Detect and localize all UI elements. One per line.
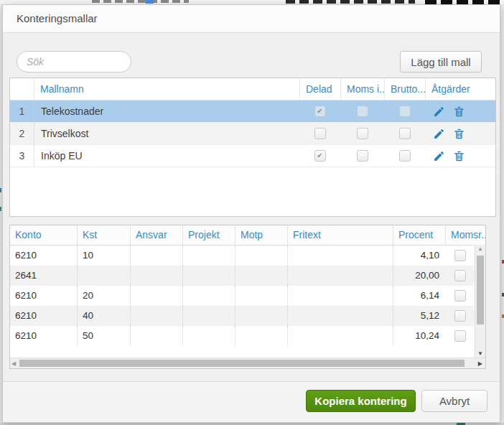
kst-cell: 20 bbox=[77, 286, 130, 306]
fritext-cell bbox=[287, 306, 393, 326]
horizontal-scrollbar-thumb[interactable] bbox=[19, 360, 465, 367]
checkbox-brutto[interactable] bbox=[399, 128, 411, 139]
kst-cell: 10 bbox=[77, 246, 130, 266]
background-icon-fragment bbox=[146, 0, 154, 4]
column-header-motp: Motp bbox=[235, 225, 287, 245]
column-header-kst: Kst bbox=[77, 225, 130, 245]
template-name: Inköp EU bbox=[34, 145, 299, 167]
fritext-cell bbox=[287, 246, 393, 266]
checkbox-momsr[interactable] bbox=[454, 270, 466, 281]
column-header-ansvar: Ansvar bbox=[130, 225, 182, 245]
column-header-fritext: Fritext bbox=[287, 225, 393, 245]
edit-pencil-icon[interactable] bbox=[432, 127, 445, 140]
checkbox-moms[interactable] bbox=[357, 106, 368, 117]
template-row[interactable]: 2 Trivselkost bbox=[10, 123, 495, 145]
copy-kontering-button[interactable]: Kopiera kontering bbox=[306, 390, 416, 412]
column-header-rownum bbox=[10, 78, 34, 100]
checkbox-momsr[interactable] bbox=[454, 250, 466, 261]
horizontal-scrollbar: ◀ ▶ bbox=[10, 358, 485, 368]
projekt-cell bbox=[182, 306, 235, 326]
column-header-brutto: Brutto... bbox=[384, 78, 425, 100]
scroll-down-arrow-icon[interactable]: ▼ bbox=[475, 350, 485, 357]
projekt-cell bbox=[182, 266, 235, 286]
ansvar-cell bbox=[130, 326, 182, 346]
cancel-button[interactable]: Avbryt bbox=[421, 390, 487, 412]
checkbox-delad[interactable]: ✔ bbox=[314, 106, 326, 117]
column-header-projekt: Projekt bbox=[182, 225, 235, 245]
scroll-left-arrow-icon[interactable]: ◀ bbox=[11, 359, 16, 368]
kst-cell: 50 bbox=[77, 326, 130, 346]
fritext-cell bbox=[287, 326, 393, 346]
search-input[interactable] bbox=[17, 51, 131, 73]
check-mark: ✔ bbox=[317, 152, 322, 159]
procent-cell: 6,14 bbox=[393, 286, 445, 306]
konto-cell: 6210 bbox=[10, 326, 77, 346]
scroll-up-arrow-icon[interactable]: ▲ bbox=[475, 246, 485, 252]
row-number: 1 bbox=[10, 101, 34, 122]
kontering-row[interactable]: 6210 20 6,14 bbox=[10, 286, 475, 306]
row-number: 3 bbox=[10, 145, 34, 167]
column-header-delad: Delad bbox=[299, 78, 340, 100]
procent-cell: 5,12 bbox=[393, 306, 445, 326]
ansvar-cell bbox=[130, 306, 182, 326]
checkbox-moms[interactable] bbox=[357, 128, 368, 139]
motp-cell bbox=[235, 326, 287, 346]
background-text-fragment bbox=[92, 0, 189, 3]
column-header-procent: Procent bbox=[393, 225, 445, 245]
fritext-cell bbox=[287, 266, 393, 286]
motp-cell bbox=[235, 286, 287, 306]
scroll-right-arrow-icon[interactable]: ▶ bbox=[478, 359, 482, 368]
kontering-row[interactable]: 2641 20,00 bbox=[10, 266, 475, 286]
ansvar-cell bbox=[130, 286, 182, 306]
dialog-footer: Kopiera kontering Avbryt bbox=[3, 381, 500, 422]
checkbox-momsr[interactable] bbox=[454, 310, 466, 322]
column-header-mallnamn: Mallnamn bbox=[34, 78, 299, 100]
delete-trash-icon[interactable] bbox=[452, 105, 465, 118]
procent-cell: 20,00 bbox=[393, 266, 445, 286]
column-header-konto: Konto bbox=[10, 225, 77, 245]
delete-trash-icon[interactable] bbox=[452, 127, 465, 140]
procent-cell: 10,24 bbox=[393, 326, 445, 346]
ansvar-cell bbox=[130, 246, 182, 266]
edit-pencil-icon[interactable] bbox=[432, 105, 445, 118]
motp-cell bbox=[235, 246, 287, 266]
ansvar-cell bbox=[130, 266, 182, 286]
dialog-title: Konteringsmallar bbox=[3, 5, 500, 33]
vertical-scrollbar-thumb[interactable] bbox=[477, 256, 484, 324]
kontering-row[interactable]: 6210 40 5,12 bbox=[10, 306, 475, 326]
konteringsmallar-dialog: Konteringsmallar Lägg till mall Mallnamn… bbox=[2, 4, 500, 423]
motp-cell bbox=[235, 306, 287, 326]
konto-cell: 6210 bbox=[10, 286, 77, 306]
checkbox-moms[interactable] bbox=[357, 150, 368, 162]
delete-trash-icon[interactable] bbox=[452, 149, 465, 162]
template-row[interactable]: 1 Telekostnader ✔ bbox=[10, 101, 495, 123]
templates-table-header: Mallnamn Delad Moms i... Brutto... Åtgär… bbox=[10, 78, 495, 101]
checkbox-delad[interactable]: ✔ bbox=[314, 150, 326, 162]
add-template-button[interactable]: Lägg till mall bbox=[400, 51, 482, 73]
checkbox-brutto[interactable] bbox=[399, 150, 411, 162]
checkbox-momsr[interactable] bbox=[454, 330, 466, 342]
projekt-cell bbox=[182, 326, 235, 346]
kontering-details-table: Konto Kst Ansvar Projekt Motp Fritext Pr… bbox=[9, 225, 486, 369]
fritext-cell bbox=[287, 286, 393, 306]
motp-cell bbox=[235, 266, 287, 286]
template-name: Telekostnader bbox=[34, 101, 299, 122]
background-text-fragment bbox=[286, 0, 415, 4]
konto-cell: 2641 bbox=[10, 266, 77, 286]
checkbox-delad[interactable] bbox=[314, 128, 326, 139]
template-row[interactable]: 3 Inköp EU ✔ bbox=[10, 145, 495, 167]
edit-pencil-icon[interactable] bbox=[432, 149, 445, 162]
projekt-cell bbox=[182, 286, 235, 306]
kontering-row[interactable]: 6210 50 10,24 bbox=[10, 326, 475, 346]
vertical-scrollbar: ▲ ▼ bbox=[475, 245, 485, 358]
checkbox-momsr[interactable] bbox=[454, 290, 466, 302]
checkbox-brutto[interactable] bbox=[399, 106, 411, 117]
kst-cell: 40 bbox=[77, 306, 130, 326]
procent-cell: 4,10 bbox=[393, 246, 445, 266]
column-header-momsr: Momsr... bbox=[445, 225, 485, 245]
kst-cell bbox=[77, 266, 130, 286]
background-artifact bbox=[0, 207, 1, 211]
templates-table: Mallnamn Delad Moms i... Brutto... Åtgär… bbox=[9, 78, 496, 217]
kontering-row[interactable]: 6210 10 4,10 bbox=[10, 246, 475, 266]
konto-cell: 6210 bbox=[10, 246, 77, 266]
